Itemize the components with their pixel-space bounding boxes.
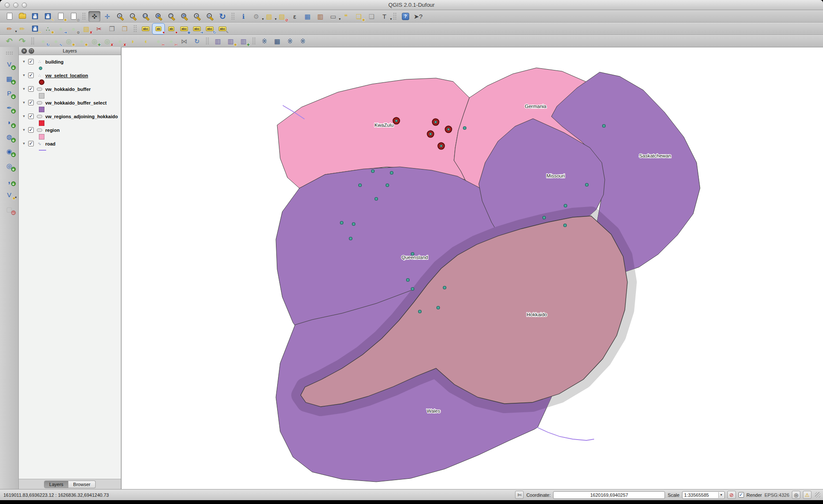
expand-icon[interactable]: ▼ xyxy=(22,114,26,118)
reshape-features-button[interactable]: ◗ xyxy=(127,36,139,47)
scale-dropdown-icon[interactable]: ▼ xyxy=(718,492,724,498)
resize-grip[interactable] xyxy=(815,492,820,498)
copy-features-button[interactable]: ❐ xyxy=(106,23,118,34)
layer-visibility-checkbox[interactable]: ✓ xyxy=(28,127,34,133)
layers-panel-header[interactable]: ✕ ❐ Layers xyxy=(19,47,121,55)
label-show-hide-button[interactable]: abc◉ xyxy=(178,23,190,34)
show-bookmarks-button[interactable]: ❏ xyxy=(366,11,378,22)
fill-ring-button[interactable]: ◎✚ xyxy=(88,36,100,47)
layer-visibility-checkbox[interactable]: ✓ xyxy=(28,114,34,119)
layer-item-building[interactable]: ▼✓∴building xyxy=(19,58,121,65)
save-project-as-button[interactable]: ✎ xyxy=(42,11,54,22)
scale-combo[interactable]: 1:33565585 ▼ xyxy=(682,491,725,499)
label-move-button[interactable]: abc➜ xyxy=(191,23,203,34)
layer-item-vw_hokkaido_buffer[interactable]: ▼✓vw_hokkaido_buffer xyxy=(19,85,121,93)
simplify-feature-button[interactable]: ●∿ xyxy=(50,36,62,47)
close-window-button[interactable] xyxy=(5,3,10,8)
expand-icon[interactable]: ▼ xyxy=(22,128,26,132)
graph-analysis-button[interactable]: ※ xyxy=(297,36,309,47)
tab-layers[interactable]: Layers xyxy=(44,481,68,488)
float-panel-icon[interactable]: ❐ xyxy=(29,48,34,54)
measure-button[interactable]: ▭▼ xyxy=(327,11,339,22)
label-properties-button[interactable]: abc✎ xyxy=(217,23,228,34)
layer-label[interactable]: vw_hokkaido_buffer_select xyxy=(45,100,107,105)
add-ring-button[interactable]: ◎✱ xyxy=(63,36,75,47)
tab-browser[interactable]: Browser xyxy=(68,481,95,488)
add-raster-layer-button[interactable]: ▦+ xyxy=(3,73,15,84)
rotate-point-symbols-button[interactable]: ↻ xyxy=(191,36,203,47)
rotate-feature-button[interactable]: ●↻ xyxy=(37,36,49,47)
zoom-native-button[interactable]: 1:1 xyxy=(140,11,152,22)
minimize-window-button[interactable] xyxy=(13,3,18,8)
zoom-next-button[interactable]: ▸ xyxy=(204,11,216,22)
new-print-composer-button[interactable]: ✱ xyxy=(55,11,67,22)
add-wfs-layer-button[interactable]: ◎+ xyxy=(3,160,15,171)
layer-visibility-checkbox[interactable]: ✓ xyxy=(28,73,34,78)
zoom-in-button[interactable]: + xyxy=(114,11,126,22)
render-checkbox[interactable]: ✓ xyxy=(738,492,744,498)
expand-icon[interactable]: ▼ xyxy=(22,73,26,77)
messages-warning-icon[interactable]: ⚠ xyxy=(803,491,811,499)
zoom-to-layer-button[interactable]: ▤ xyxy=(178,11,190,22)
delete-selected-button[interactable]: ▧✘ xyxy=(80,23,92,34)
title-bar[interactable]: QGIS 2.0.1-Dufour xyxy=(0,0,823,10)
zoom-to-selection-button[interactable]: ▢ xyxy=(165,11,177,22)
zoom-window-button[interactable] xyxy=(22,3,27,8)
expand-icon[interactable]: ▼ xyxy=(22,60,26,64)
coordinate-input[interactable]: 1620169,6940257 xyxy=(553,491,665,499)
identify-features-button[interactable]: ℹ xyxy=(237,11,249,22)
save-project-button[interactable] xyxy=(29,11,41,22)
layer-item-vw_hokkaido_buffer_select[interactable]: ▼✓vw_hokkaido_buffer_select xyxy=(19,99,121,106)
offset-curve-button[interactable]: ◖ xyxy=(140,36,152,47)
layer-label[interactable]: road xyxy=(45,141,56,146)
layer-visibility-checkbox[interactable]: ✓ xyxy=(28,59,34,64)
layer-visibility-checkbox[interactable]: ✓ xyxy=(28,141,34,146)
layer-item-region[interactable]: ▼✓region xyxy=(19,126,121,134)
refresh-map-button[interactable]: ↻ xyxy=(217,11,228,22)
layer-label[interactable]: region xyxy=(45,128,60,133)
split-parts-button[interactable]: ●✄ xyxy=(165,36,177,47)
stop-rendering-icon[interactable]: ⊘ xyxy=(727,491,736,499)
label-rotate-button[interactable]: abc↻ xyxy=(204,23,216,34)
raster-local-histogram-stretch-button[interactable]: ▥ xyxy=(212,36,224,47)
topology-checker-button[interactable]: ※ xyxy=(258,36,270,47)
layer-visibility-checkbox[interactable]: ✓ xyxy=(28,100,34,105)
zoom-full-button[interactable]: ▣ xyxy=(152,11,164,22)
move-feature-button[interactable]: ●➜ xyxy=(55,23,67,34)
extents-toggle-icon[interactable]: ✄ xyxy=(515,491,524,499)
map-canvas[interactable]: KwaZuluGermaniaSaskatchewanMissouriQueen… xyxy=(122,47,823,489)
text-annotation-button[interactable]: T▼ xyxy=(378,11,390,22)
redo-button[interactable]: ↷ xyxy=(16,36,28,47)
new-bookmark-button[interactable]: ❏✱ xyxy=(353,11,365,22)
field-calculator-button[interactable]: ▥ xyxy=(314,11,326,22)
add-delimited-text-layer-button[interactable]: ,+ xyxy=(3,175,15,186)
expand-icon[interactable]: ▼ xyxy=(22,87,26,91)
expand-icon[interactable]: ▼ xyxy=(22,101,26,105)
select-by-expression-button[interactable]: ε xyxy=(289,11,301,22)
deselect-features-button[interactable]: ▧⊘ xyxy=(276,11,288,22)
add-vector-layer-button[interactable]: V+ xyxy=(3,59,15,70)
add-wms-layer-button[interactable]: ◍+ xyxy=(3,131,15,142)
add-part-button[interactable]: ●✱ xyxy=(76,36,88,47)
undo-button[interactable]: ↶ xyxy=(3,36,15,47)
add-wcs-layer-button[interactable]: ◉+ xyxy=(3,146,15,157)
labeling-options-button[interactable]: abc xyxy=(140,23,152,34)
zoom-last-button[interactable]: ◂ xyxy=(191,11,203,22)
whats-this-button[interactable]: ➤? xyxy=(412,11,424,22)
open-attribute-table-button[interactable]: ▦ xyxy=(302,11,313,22)
label-pin-button[interactable]: ab● xyxy=(165,23,177,34)
node-tool-button[interactable]: ●⊙ xyxy=(67,23,79,34)
split-features-button[interactable]: ●✂ xyxy=(152,36,164,47)
raster-cumulative-stretch-button[interactable]: ▥✚ xyxy=(237,36,249,47)
toggle-editing-button[interactable]: ✏ xyxy=(16,23,28,34)
delete-ring-button[interactable]: ◎✘ xyxy=(101,36,113,47)
toolbar-grip[interactable] xyxy=(6,51,13,55)
paste-features-button[interactable]: ❒ xyxy=(119,23,131,34)
network-analysis-button[interactable]: ※ xyxy=(284,36,296,47)
composer-manager-button[interactable]: ◎ xyxy=(67,11,79,22)
new-project-button[interactable] xyxy=(3,11,15,22)
pan-map-button[interactable]: ✜ xyxy=(88,11,100,22)
layer-visibility-checkbox[interactable]: ✓ xyxy=(28,86,34,92)
add-feature-button[interactable]: ∴✱ xyxy=(42,23,54,34)
new-shapefile-layer-button[interactable]: V✱▼ xyxy=(3,189,15,200)
